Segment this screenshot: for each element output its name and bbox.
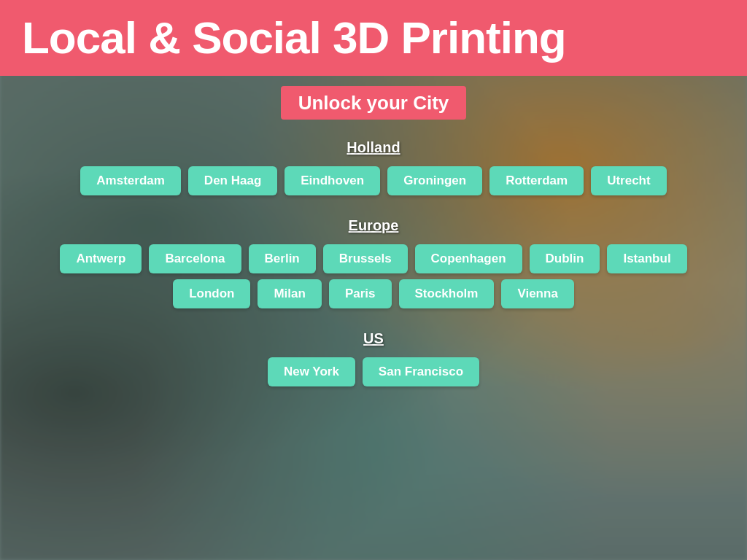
section-title-europe: Europe <box>349 217 399 234</box>
city-row: AmsterdamDen HaagEindhovenGroningenRotte… <box>66 166 681 195</box>
city-button-san-francisco[interactable]: San Francisco <box>363 357 479 386</box>
city-button-stockholm[interactable]: Stockholm <box>399 279 495 308</box>
city-row: AntwerpBarcelonaBerlinBrusselsCopenhagen… <box>45 244 701 273</box>
city-button-london[interactable]: London <box>173 279 250 308</box>
section-us: USNew YorkSan Francisco <box>0 320 747 392</box>
city-row: New YorkSan Francisco <box>253 357 494 386</box>
city-button-eindhoven[interactable]: Eindhoven <box>285 166 380 195</box>
section-holland: HollandAmsterdamDen HaagEindhovenGroning… <box>0 129 747 201</box>
city-button-istanbul[interactable]: Istanbul <box>607 244 686 273</box>
city-button-den-haag[interactable]: Den Haag <box>188 166 277 195</box>
city-button-barcelona[interactable]: Barcelona <box>149 244 241 273</box>
city-button-utrecht[interactable]: Utrecht <box>591 166 667 195</box>
city-button-berlin[interactable]: Berlin <box>249 244 316 273</box>
city-button-amsterdam[interactable]: Amsterdam <box>80 166 181 195</box>
page-title: Local & Social 3D Printing <box>22 13 725 63</box>
city-button-copenhagen[interactable]: Copenhagen <box>415 244 522 273</box>
city-button-dublin[interactable]: Dublin <box>530 244 600 273</box>
city-button-new-york[interactable]: New York <box>268 357 355 386</box>
main-content: Local & Social 3D Printing Unlock your C… <box>0 0 747 560</box>
section-europe: EuropeAntwerpBarcelonaBerlinBrusselsCope… <box>0 207 747 314</box>
subtitle: Unlock your City <box>281 86 467 120</box>
city-row: LondonMilanParisStockholmVienna <box>158 279 589 308</box>
header-banner: Local & Social 3D Printing <box>0 0 747 76</box>
city-button-antwerp[interactable]: Antwerp <box>60 244 142 273</box>
city-button-groningen[interactable]: Groningen <box>387 166 482 195</box>
section-title-us: US <box>363 330 384 347</box>
city-button-brussels[interactable]: Brussels <box>323 244 408 273</box>
city-button-paris[interactable]: Paris <box>329 279 392 308</box>
city-button-vienna[interactable]: Vienna <box>501 279 573 308</box>
subtitle-wrap: Unlock your City <box>281 92 467 114</box>
city-button-rotterdam[interactable]: Rotterdam <box>489 166 584 195</box>
section-title-holland: Holland <box>347 139 400 156</box>
city-button-milan[interactable]: Milan <box>258 279 321 308</box>
sections: HollandAmsterdamDen HaagEindhovenGroning… <box>0 129 747 398</box>
